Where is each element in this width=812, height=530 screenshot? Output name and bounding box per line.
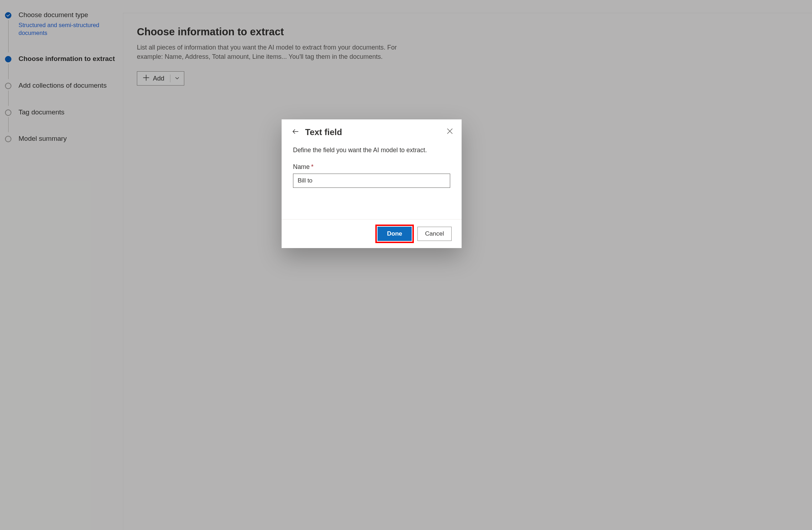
name-field-label: Name* [293, 163, 450, 171]
close-icon [447, 129, 453, 135]
text-field-dialog: Text field Define the field you want the… [282, 119, 462, 248]
done-button[interactable]: Done [377, 227, 412, 241]
dialog-title: Text field [305, 127, 342, 137]
cancel-button[interactable]: Cancel [417, 227, 452, 241]
dialog-description: Define the field you want the AI model t… [293, 146, 450, 154]
back-button[interactable] [292, 128, 299, 137]
arrow-left-icon [292, 128, 299, 137]
required-marker: * [311, 163, 314, 170]
dialog-footer: Done Cancel [282, 219, 462, 248]
name-input[interactable] [293, 174, 450, 188]
name-label-text: Name [293, 163, 310, 170]
close-button[interactable] [447, 128, 453, 136]
modal-overlay[interactable]: Text field Define the field you want the… [0, 0, 812, 530]
